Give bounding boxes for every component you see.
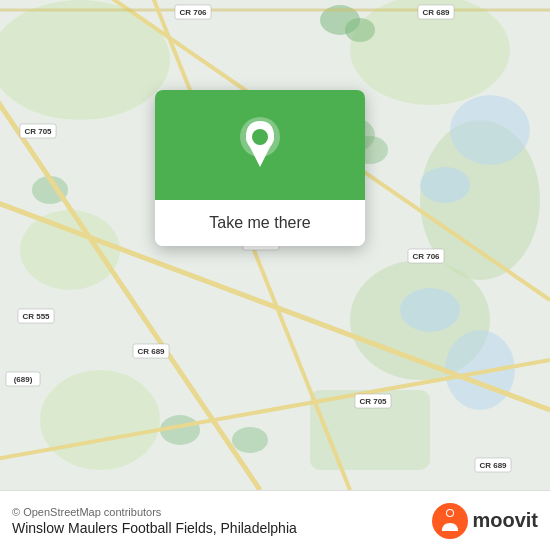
svg-text:CR 706: CR 706 — [179, 8, 207, 17]
svg-text:CR 706: CR 706 — [412, 252, 440, 261]
svg-point-10 — [420, 167, 470, 203]
bottom-bar: © OpenStreetMap contributors Winslow Mau… — [0, 490, 550, 550]
svg-text:CR 705: CR 705 — [24, 127, 52, 136]
place-name-text: Winslow Maulers Football Fields, Philade… — [12, 520, 422, 536]
location-pin-icon — [238, 117, 282, 173]
svg-text:CR 689: CR 689 — [479, 461, 507, 470]
svg-point-49 — [432, 503, 468, 539]
svg-text:CR 555: CR 555 — [22, 312, 50, 321]
svg-point-51 — [447, 510, 453, 516]
svg-text:CR 705: CR 705 — [359, 397, 387, 406]
take-me-there-button[interactable]: Take me there — [155, 200, 365, 246]
map-container: CR 706 CR 689 CR 705 CR 689 CR 706 CR 55… — [0, 0, 550, 490]
svg-point-7 — [40, 370, 160, 470]
popup-map-area — [155, 90, 365, 200]
attribution-text: © OpenStreetMap contributors — [12, 506, 422, 518]
svg-point-48 — [252, 129, 268, 145]
popup-card: Take me there — [155, 90, 365, 246]
moovit-icon — [432, 503, 468, 539]
svg-text:CR 689: CR 689 — [137, 347, 165, 356]
moovit-text: moovit — [472, 509, 538, 532]
moovit-logo: moovit — [432, 503, 538, 539]
svg-text:CR 689: CR 689 — [422, 8, 450, 17]
svg-point-11 — [400, 288, 460, 332]
svg-point-8 — [450, 95, 530, 165]
svg-point-18 — [232, 427, 268, 453]
svg-point-13 — [345, 18, 375, 42]
svg-text:(689): (689) — [14, 375, 33, 384]
svg-point-6 — [20, 210, 120, 290]
